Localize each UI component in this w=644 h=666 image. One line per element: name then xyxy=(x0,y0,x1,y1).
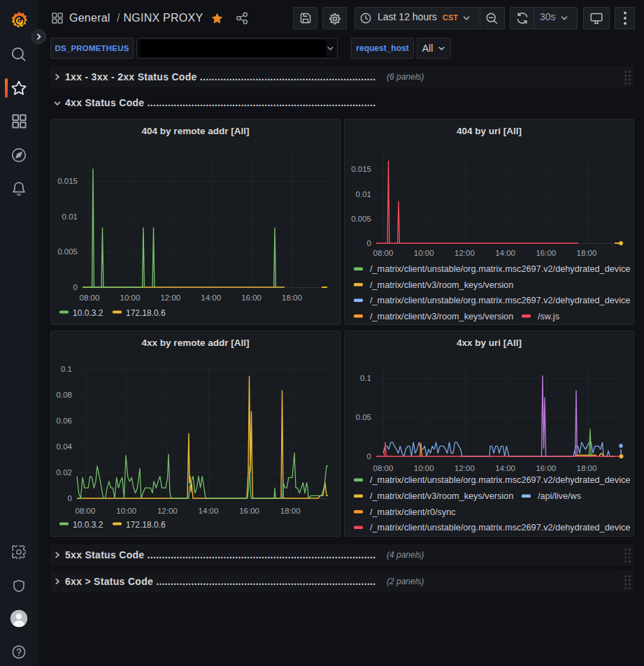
svg-text:10.0.3.2: 10.0.3.2 xyxy=(73,308,103,318)
svg-text:10:00: 10:00 xyxy=(116,507,136,515)
svg-text:/_matrix/client/r0/sync: /_matrix/client/r0/sync xyxy=(370,507,456,517)
svg-text:/_matrix/client/unstable/org.m: /_matrix/client/unstable/org.matrix.msc2… xyxy=(370,475,630,485)
svg-text:/api/live/ws: /api/live/ws xyxy=(538,491,581,501)
svg-text:0.005: 0.005 xyxy=(57,247,78,256)
svg-text:16:00: 16:00 xyxy=(536,464,556,472)
svg-text:0: 0 xyxy=(367,239,371,247)
svg-text:14:00: 14:00 xyxy=(495,249,515,257)
svg-text:/_matrix/client/v3/room_keys/v: /_matrix/client/v3/room_keys/version xyxy=(370,312,513,321)
svg-text:10.0.3.2: 10.0.3.2 xyxy=(73,520,103,530)
svg-text:12:00: 12:00 xyxy=(455,249,475,257)
svg-text:172.18.0.6: 172.18.0.6 xyxy=(126,308,166,318)
svg-text:/_matrix/client/v3/room_keys/v: /_matrix/client/v3/room_keys/version xyxy=(370,280,513,290)
svg-text:/_matrix/client/v3/room_keys/v: /_matrix/client/v3/room_keys/version xyxy=(370,491,513,501)
svg-text:0.02: 0.02 xyxy=(57,468,72,477)
svg-text:/_matrix/client/unstable/org.m: /_matrix/client/unstable/org.matrix.msc2… xyxy=(370,296,630,305)
svg-text:0.1: 0.1 xyxy=(61,365,72,373)
svg-text:10:00: 10:00 xyxy=(120,294,141,302)
svg-text:08:00: 08:00 xyxy=(373,249,394,257)
svg-text:08:00: 08:00 xyxy=(373,464,394,472)
svg-text:10:00: 10:00 xyxy=(414,249,434,257)
svg-text:/sw.js: /sw.js xyxy=(538,312,559,321)
svg-text:14:00: 14:00 xyxy=(201,294,221,302)
svg-text:0: 0 xyxy=(73,283,78,291)
svg-text:18:00: 18:00 xyxy=(577,249,597,257)
svg-text:0: 0 xyxy=(68,494,72,502)
svg-text:0.015: 0.015 xyxy=(351,165,371,173)
svg-text:10:00: 10:00 xyxy=(414,464,434,472)
svg-text:0.01: 0.01 xyxy=(62,212,78,221)
svg-text:/_matrix/client/unstable/org.m: /_matrix/client/unstable/org.matrix.msc2… xyxy=(370,264,630,274)
svg-text:172.18.0.6: 172.18.0.6 xyxy=(126,520,166,530)
svg-text:16:00: 16:00 xyxy=(239,507,259,515)
svg-text:14:00: 14:00 xyxy=(199,507,219,515)
svg-text:16:00: 16:00 xyxy=(241,294,262,302)
svg-text:12:00: 12:00 xyxy=(160,294,180,302)
svg-text:0.04: 0.04 xyxy=(57,442,73,451)
svg-text:16:00: 16:00 xyxy=(536,249,556,257)
svg-text:18:00: 18:00 xyxy=(280,507,301,515)
svg-text:14:00: 14:00 xyxy=(495,464,515,472)
svg-text:18:00: 18:00 xyxy=(577,464,597,472)
svg-text:18:00: 18:00 xyxy=(282,294,302,302)
svg-text:0.01: 0.01 xyxy=(356,190,371,198)
svg-text:12:00: 12:00 xyxy=(455,464,475,472)
svg-text:/_matrix/client/unstable/org.m: /_matrix/client/unstable/org.matrix.msc2… xyxy=(370,523,630,533)
svg-text:0.005: 0.005 xyxy=(351,215,371,223)
svg-text:0.015: 0.015 xyxy=(57,177,78,185)
svg-text:0.08: 0.08 xyxy=(57,391,72,399)
svg-text:12:00: 12:00 xyxy=(157,507,178,515)
svg-text:0.1: 0.1 xyxy=(360,374,371,382)
svg-text:0: 0 xyxy=(367,452,371,461)
svg-text:0.05: 0.05 xyxy=(356,413,371,421)
svg-text:08:00: 08:00 xyxy=(76,507,96,515)
svg-text:08:00: 08:00 xyxy=(80,294,100,302)
svg-text:0.06: 0.06 xyxy=(57,417,72,425)
